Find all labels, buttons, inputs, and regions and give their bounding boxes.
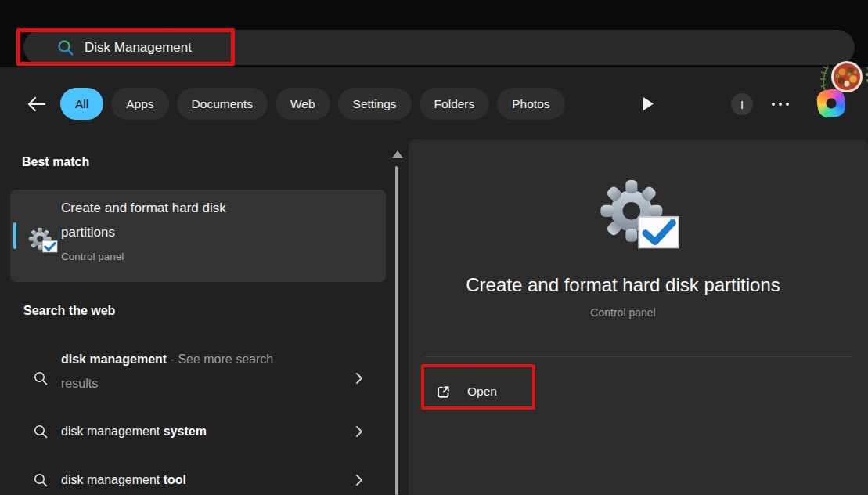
suggestion-text: disk management tool — [61, 473, 186, 487]
more-filters-icon[interactable] — [642, 96, 654, 111]
search-the-web-heading: Search the web — [23, 304, 115, 318]
best-match-subtitle: Control panel — [61, 251, 124, 262]
search-suggestion-icon — [33, 472, 49, 488]
suggestion-text: disk management - See more search result… — [61, 347, 288, 396]
search-input[interactable] — [83, 30, 584, 65]
search-filter-tabs: All Apps Documents Web Settings Folders … — [60, 88, 565, 120]
scrollbar-up-arrow-icon[interactable] — [392, 150, 403, 158]
best-match-result[interactable]: Create and format hard disk partitions C… — [10, 190, 386, 282]
divider — [424, 356, 851, 357]
best-match-heading: Best match — [22, 155, 89, 169]
more-options-icon[interactable] — [772, 103, 789, 106]
search-suggestion-icon — [33, 370, 49, 386]
external-link-icon — [435, 384, 452, 400]
tab-settings[interactable]: Settings — [338, 88, 412, 120]
search-bar[interactable] — [23, 30, 855, 65]
preview-title: Create and format hard disk partitions — [409, 274, 837, 296]
start-search-flyout: All Apps Documents Web Settings Folders … — [0, 0, 868, 495]
disk-management-gear-icon-large — [596, 179, 687, 252]
tab-folders[interactable]: Folders — [420, 88, 490, 120]
disk-management-gear-icon — [28, 227, 59, 254]
chevron-right-icon — [351, 472, 367, 488]
tab-documents[interactable]: Documents — [177, 88, 268, 120]
back-arrow-icon[interactable] — [26, 93, 48, 115]
account-initial-badge[interactable]: I — [731, 93, 753, 115]
web-suggestion-see-more[interactable]: disk management - See more search result… — [10, 342, 386, 402]
search-suggestion-icon — [33, 424, 49, 439]
search-icon — [56, 38, 74, 56]
tab-apps[interactable]: Apps — [111, 88, 168, 120]
scrollbar[interactable] — [395, 166, 398, 495]
suggestion-text: disk management system — [61, 425, 207, 439]
tab-web[interactable]: Web — [276, 88, 330, 120]
web-suggestion-system[interactable]: disk management system — [10, 414, 386, 450]
tab-all[interactable]: All — [60, 88, 103, 120]
result-preview-panel: Create and format hard disk partitions C… — [409, 139, 868, 495]
web-suggestion-tool[interactable]: disk management tool — [10, 462, 386, 495]
preview-subtitle: Control panel — [409, 306, 837, 319]
chevron-right-icon — [351, 370, 367, 386]
best-match-title: Create and format hard disk partitions — [61, 197, 265, 244]
open-button[interactable]: Open — [435, 374, 497, 409]
copilot-icon[interactable] — [816, 88, 848, 120]
selection-accent-bar — [13, 222, 16, 249]
tab-photos[interactable]: Photos — [497, 88, 564, 120]
search-header — [0, 0, 868, 67]
open-button-label: Open — [467, 385, 497, 399]
chevron-right-icon — [351, 424, 367, 439]
